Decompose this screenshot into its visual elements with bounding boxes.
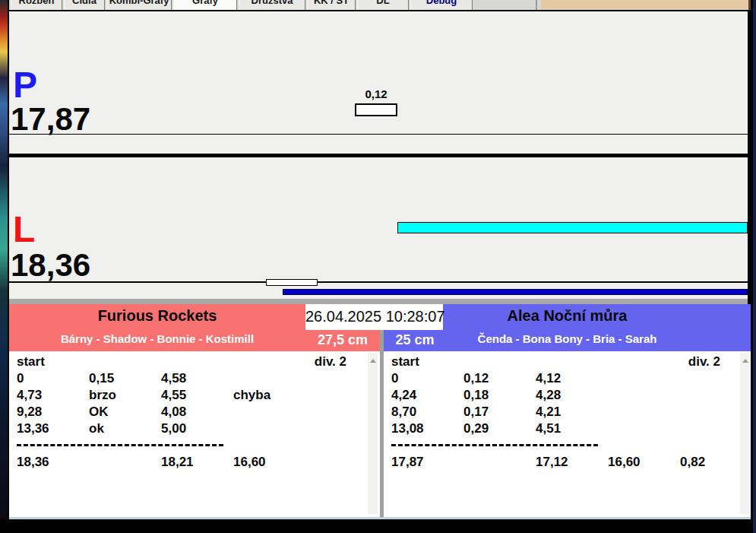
lane-p-marker-box — [355, 103, 397, 116]
lane-p-time: 17,87 — [11, 103, 90, 135]
team-right-results-table: start div. 2 00,124,12 4,240,184,28 8,70… — [384, 351, 751, 518]
section-divider — [9, 299, 748, 304]
totals-row: 18,3618,2116,60 — [17, 455, 374, 471]
tab-kk-st[interactable]: KK / ST — [307, 0, 356, 10]
tab-debug[interactable]: Debug — [410, 0, 473, 10]
scroll-up-icon[interactable] — [370, 359, 376, 363]
window-right-edge — [753, 0, 756, 533]
lane-p-marker-value: 0,12 — [355, 87, 397, 100]
tab-kombi-grafy[interactable]: Kombi-Grafy — [106, 0, 172, 10]
table-row: 4,73brzo4,55chyba — [17, 388, 374, 405]
table-row: 00,124,12 — [391, 371, 748, 388]
table-row: 13,080,294,51 — [391, 421, 748, 438]
team-left-name: Furious Rockets — [9, 307, 305, 325]
lane-p-baseline — [9, 134, 748, 135]
datetime-display: 26.04.2025 10:28:07 — [305, 304, 443, 330]
timeline-marker-box — [266, 279, 318, 286]
division-label: div. 2 — [688, 354, 720, 370]
lane-separator-bar — [9, 154, 748, 157]
table-row: 13,36ok5,00 — [17, 421, 374, 438]
totals-row: 17,8717,1216,600,82 — [391, 455, 748, 471]
lane-l-time: 18,36 — [11, 249, 90, 281]
division-label: div. 2 — [315, 354, 346, 370]
table-row: 8,700,174,21 — [391, 405, 748, 421]
tab-bar: Rozběh Čidla Kombi-Grafy Grafy Družstva … — [9, 0, 541, 10]
left-table-scrollbar[interactable] — [368, 353, 378, 514]
tab-cidla[interactable]: Čidla — [64, 0, 105, 10]
tab-rozbeh[interactable]: Rozběh — [11, 0, 62, 10]
table-row: 00,154,58 — [17, 371, 374, 388]
right-table-scrollbar[interactable] — [740, 353, 750, 514]
tab-strip-divider — [536, 0, 537, 10]
tab-strip-filler — [541, 0, 751, 10]
table-row: 9,28OK4,08 — [17, 405, 374, 421]
table-row: 4,240,184,28 — [391, 388, 748, 405]
lane-l-baseline — [9, 281, 748, 283]
team-left-jump-height: 27,5 cm — [305, 330, 380, 351]
desktop-background-sliver — [0, 0, 8, 519]
tab-grafy[interactable]: Grafy — [173, 0, 237, 10]
table-header-row: start div. 2 — [384, 354, 751, 371]
start-label: start — [391, 354, 419, 370]
team-right-jump-height: 25 cm — [384, 330, 446, 351]
lane-l-label: L — [13, 211, 35, 248]
blue-progress-bar — [283, 289, 748, 295]
totals-dashed-separator — [391, 444, 598, 446]
team-left-lineup: Bárny - Shadow - Bonnie - Kostimill — [9, 332, 305, 345]
lane-p-label: P — [13, 67, 37, 103]
window-bottom-edge — [0, 519, 756, 533]
team-left-results-table: start div. 2 00,154,58 4,73brzo4,55chyba… — [9, 351, 380, 518]
totals-dashed-separator — [17, 444, 223, 446]
cyan-progress-bar — [397, 222, 748, 233]
app-window: Rozběh Čidla Kombi-Grafy Grafy Družstva … — [0, 0, 756, 533]
scroll-up-icon[interactable] — [742, 359, 748, 363]
tab-dl[interactable]: DL — [357, 0, 409, 10]
table-header-row: start div. 2 — [9, 354, 380, 371]
start-label: start — [17, 354, 45, 370]
tab-druzstva[interactable]: Družstva — [239, 0, 305, 10]
